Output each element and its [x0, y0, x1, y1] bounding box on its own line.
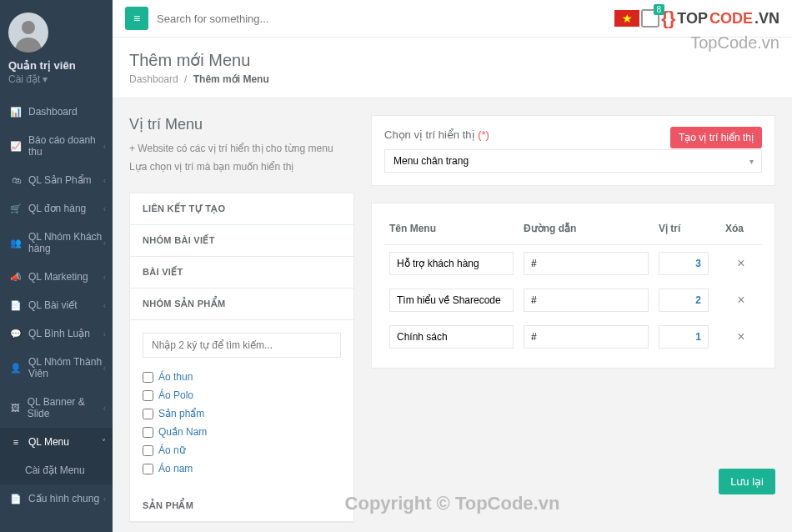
accordion-tab[interactable]: LIÊN KẾT TỰ TẠO [130, 193, 353, 225]
menu-name-input[interactable] [389, 289, 514, 312]
chevron-icon: ˅ [102, 438, 106, 447]
product-checkbox[interactable] [143, 445, 153, 456]
product-link[interactable]: Áo Polo [158, 389, 193, 401]
sidebar: Quản trị viên Cài đặt ▾ 📊Dashboard📈Báo c… [0, 0, 113, 532]
product-link[interactable]: Quần Nam [158, 426, 207, 438]
delete-button[interactable]: × [720, 245, 762, 283]
sidebar-item[interactable]: 🛍QL Sản Phẩm‹ [0, 166, 113, 194]
nav-icon: 👥 [10, 238, 22, 248]
menu-name-input[interactable] [389, 252, 514, 275]
breadcrumb: Dashboard / Thêm mới Menu [129, 73, 775, 85]
table-header: Vị trí [654, 216, 720, 245]
menu-pos-input[interactable] [659, 289, 709, 312]
nav-label: QL Menu [28, 436, 69, 448]
product-link[interactable]: Áo nam [158, 463, 193, 474]
position-select[interactable]: Menu chân trang [384, 149, 762, 173]
nav-icon: 👤 [10, 363, 22, 374]
sidebar-item[interactable]: 💬QL Bình Luận‹ [0, 319, 113, 348]
accordion-tab[interactable]: NHÓM BÀI VIẾT [130, 225, 353, 257]
product-search-input[interactable] [143, 333, 341, 358]
sidebar-item[interactable]: 📣QL Marketing‹ [0, 263, 113, 291]
product-checkbox[interactable] [143, 372, 153, 383]
topbar: ≡ ★ 8 {} TOPCODE.VN TopCode.vn [113, 0, 792, 38]
section-desc-2: Lựa chọn vị trí mà bạn muốn hiển thị [129, 158, 354, 177]
position-panel: Chọn vị trí hiển thị (*) Tạo vị trí hiển… [371, 115, 775, 186]
nav-label: QL Bình Luận [28, 328, 90, 339]
product-item: Quần Nam [143, 423, 341, 441]
accordion-tab[interactable]: NHÓM SẢN PHẨM [130, 289, 353, 320]
product-link[interactable]: Sản phẩm [158, 408, 204, 419]
sidebar-item[interactable]: 👤QL Nhóm Thành Viên‹ [0, 348, 113, 388]
nav-label: Cấu hình chung [28, 493, 99, 504]
nav-label: Báo cáo doanh thu [28, 134, 103, 158]
menu-pos-input[interactable] [659, 252, 709, 275]
nav-label: QL Nhóm Khách hàng [28, 231, 103, 254]
admin-sub[interactable]: Cài đặt ▾ [8, 73, 104, 85]
search-input[interactable] [157, 13, 606, 25]
admin-name: Quản trị viên [8, 59, 104, 72]
calendar-icon[interactable]: 8 [641, 9, 659, 28]
sidebar-item[interactable]: 📈Báo cáo doanh thu‹ [0, 126, 113, 166]
delete-button[interactable]: × [720, 319, 762, 355]
nav-icon: 📣 [10, 272, 22, 283]
chevron-icon: ‹ [103, 404, 106, 413]
product-link[interactable]: Áo thun [158, 371, 193, 383]
watermark-top: TopCode.vn [690, 33, 779, 53]
sidebar-item[interactable]: 📄Cấu hình chung‹ [0, 484, 113, 513]
sidebar-item[interactable]: 🛒QL đơn hàng‹ [0, 194, 113, 223]
accordion-panel: LIÊN KẾT TỰ TẠONHÓM BÀI VIẾTBÀI VIẾTNHÓM… [129, 193, 354, 523]
sidebar-sub-item[interactable]: Cài đặt Menu [0, 456, 113, 484]
nav-icon: 📈 [10, 141, 22, 152]
nav-label: QL Sản Phẩm [28, 174, 92, 186]
product-link[interactable]: Áo nữ [158, 444, 186, 456]
menu-name-input[interactable] [389, 325, 514, 349]
save-button[interactable]: Lưu lại [719, 469, 775, 494]
product-checkbox[interactable] [143, 464, 153, 474]
nav-label: QL Nhóm Thành Viên [28, 356, 103, 379]
nav-label: QL Banner & Slide [28, 396, 103, 419]
product-checkbox[interactable] [143, 409, 153, 419]
delete-button[interactable]: × [720, 282, 762, 319]
table-header: Tên Menu [384, 216, 519, 245]
hamburger-button[interactable]: ≡ [125, 7, 148, 30]
menu-pos-input[interactable] [659, 325, 709, 349]
topbar-right: ★ 8 {} TOPCODE.VN [614, 8, 779, 29]
menu-url-input[interactable] [524, 325, 649, 349]
nav-icon: ≡ [10, 437, 22, 447]
flag-icon[interactable]: ★ [614, 10, 639, 27]
chevron-icon: ‹ [103, 204, 106, 213]
chevron-icon: ‹ [103, 494, 106, 504]
accordion-tab[interactable]: BÀI VIẾT [130, 257, 353, 289]
product-checkbox[interactable] [143, 390, 153, 401]
left-column: Vị trí Menu + Website có các vị trí hiển… [129, 115, 354, 523]
chevron-icon: ‹ [103, 142, 106, 151]
profile-block: Quản trị viên Cài đặt ▾ [0, 0, 113, 98]
caret-down-icon: ▾ [43, 73, 48, 85]
accordion-tab-footer[interactable]: SẢN PHẨM [130, 490, 353, 522]
breadcrumb-item[interactable]: Dashboard [129, 73, 178, 85]
nav-icon: 🛒 [10, 203, 22, 214]
breadcrumb-current: Thêm mới Menu [193, 73, 269, 85]
nav-icon: 📊 [10, 107, 22, 118]
chevron-icon: ‹ [103, 301, 106, 310]
sidebar-item[interactable]: 🖼QL Banner & Slide‹ [0, 388, 113, 428]
nav-list: 📊Dashboard📈Báo cáo doanh thu‹🛍QL Sản Phẩ… [0, 98, 113, 513]
menu-url-input[interactable] [524, 252, 649, 275]
sidebar-item[interactable]: ≡QL Menu˅ [0, 428, 113, 456]
chevron-icon: ‹ [103, 273, 106, 282]
section-desc-1: + Website có các vị trí hiển thị cho từn… [129, 140, 354, 158]
nav-icon: 🛍 [10, 175, 22, 185]
product-list: Áo thunÁo PoloSản phẩmQuần NamÁo nữÁo na… [143, 368, 341, 478]
table-row: × [384, 245, 762, 283]
create-position-button[interactable]: Tạo vị trí hiển thị [670, 127, 762, 148]
sidebar-item[interactable]: 👥QL Nhóm Khách hàng‹ [0, 223, 113, 263]
avatar[interactable] [8, 13, 48, 53]
sidebar-item[interactable]: 📄QL Bài viết‹ [0, 291, 113, 319]
table-row: × [384, 319, 762, 355]
product-checkbox[interactable] [143, 427, 153, 438]
menu-table: Tên MenuĐường dẫnVị tríXóa × × × [384, 216, 762, 355]
product-item: Sản phẩm [143, 404, 341, 423]
sidebar-item[interactable]: 📊Dashboard [0, 98, 113, 126]
menu-table-panel: Tên MenuĐường dẫnVị tríXóa × × × [371, 203, 775, 369]
menu-url-input[interactable] [524, 289, 649, 312]
